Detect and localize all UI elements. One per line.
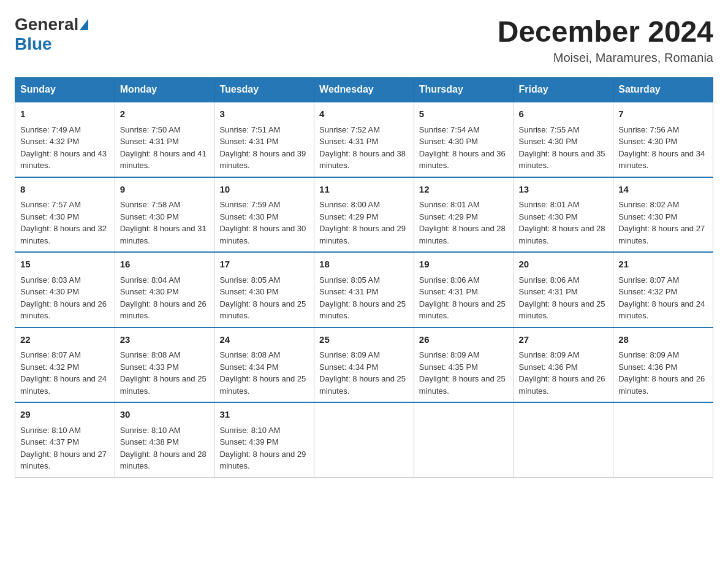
calendar-week-row: 29 Sunrise: 8:10 AMSunset: 4:37 PMDaylig…: [15, 402, 713, 477]
calendar-cell: [314, 402, 414, 477]
calendar-cell: 8 Sunrise: 7:57 AMSunset: 4:30 PMDayligh…: [15, 177, 115, 253]
logo-blue-text: Blue: [15, 34, 52, 53]
calendar-week-row: 22 Sunrise: 8:07 AMSunset: 4:32 PMDaylig…: [15, 327, 713, 403]
day-info: Sunrise: 8:09 AMSunset: 4:35 PMDaylight:…: [419, 350, 506, 396]
day-number: 6: [519, 107, 609, 121]
day-info: Sunrise: 7:57 AMSunset: 4:30 PMDaylight:…: [20, 200, 107, 245]
day-number: 2: [120, 107, 210, 121]
day-number: 30: [120, 408, 210, 422]
day-number: 11: [319, 183, 409, 197]
day-info: Sunrise: 8:10 AMSunset: 4:37 PMDaylight:…: [20, 426, 107, 471]
day-number: 14: [618, 183, 708, 197]
day-of-week-header: Wednesday: [314, 78, 414, 102]
day-info: Sunrise: 8:04 AMSunset: 4:30 PMDaylight:…: [120, 275, 207, 321]
calendar-cell: 3 Sunrise: 7:51 AMSunset: 4:31 PMDayligh…: [214, 102, 314, 177]
day-number: 29: [20, 408, 110, 422]
calendar-cell: 7 Sunrise: 7:56 AMSunset: 4:30 PMDayligh…: [613, 102, 713, 177]
day-number: 9: [120, 183, 210, 197]
day-info: Sunrise: 8:08 AMSunset: 4:33 PMDaylight:…: [120, 350, 207, 396]
calendar-cell: 30 Sunrise: 8:10 AMSunset: 4:38 PMDaylig…: [115, 402, 214, 477]
day-info: Sunrise: 8:07 AMSunset: 4:32 PMDaylight:…: [618, 275, 705, 321]
day-info: Sunrise: 8:01 AMSunset: 4:29 PMDaylight:…: [419, 200, 506, 245]
day-info: Sunrise: 8:09 AMSunset: 4:34 PMDaylight:…: [319, 350, 406, 396]
day-of-week-header: Sunday: [15, 78, 115, 102]
day-info: Sunrise: 7:56 AMSunset: 4:30 PMDaylight:…: [618, 125, 705, 170]
logo: General Blue: [15, 15, 88, 54]
calendar-cell: 19 Sunrise: 8:06 AMSunset: 4:31 PMDaylig…: [414, 252, 514, 327]
day-info: Sunrise: 8:10 AMSunset: 4:38 PMDaylight:…: [120, 426, 207, 471]
calendar-cell: 1 Sunrise: 7:49 AMSunset: 4:32 PMDayligh…: [15, 102, 115, 177]
calendar-cell: 14 Sunrise: 8:02 AMSunset: 4:30 PMDaylig…: [613, 177, 713, 253]
day-number: 24: [219, 333, 309, 347]
day-info: Sunrise: 7:52 AMSunset: 4:31 PMDaylight:…: [319, 125, 406, 170]
calendar-cell: 9 Sunrise: 7:58 AMSunset: 4:30 PMDayligh…: [115, 177, 214, 253]
day-number: 22: [20, 333, 110, 347]
day-info: Sunrise: 8:06 AMSunset: 4:31 PMDaylight:…: [419, 275, 506, 321]
day-info: Sunrise: 7:51 AMSunset: 4:31 PMDaylight:…: [219, 125, 306, 170]
day-of-week-header: Friday: [514, 78, 613, 102]
day-info: Sunrise: 8:00 AMSunset: 4:29 PMDaylight:…: [319, 200, 406, 245]
day-number: 27: [519, 333, 609, 347]
day-info: Sunrise: 8:05 AMSunset: 4:30 PMDaylight:…: [219, 275, 306, 321]
day-number: 4: [319, 107, 409, 121]
day-number: 13: [519, 183, 609, 197]
logo-general-text: General: [15, 15, 78, 34]
day-number: 8: [20, 183, 110, 197]
day-info: Sunrise: 8:10 AMSunset: 4:39 PMDaylight:…: [219, 426, 306, 471]
calendar-body: 1 Sunrise: 7:49 AMSunset: 4:32 PMDayligh…: [15, 102, 713, 477]
calendar-cell: 20 Sunrise: 8:06 AMSunset: 4:31 PMDaylig…: [514, 252, 613, 327]
calendar-cell: 12 Sunrise: 8:01 AMSunset: 4:29 PMDaylig…: [414, 177, 514, 253]
day-info: Sunrise: 8:06 AMSunset: 4:31 PMDaylight:…: [519, 275, 605, 321]
day-number: 25: [319, 333, 409, 347]
calendar-cell: 15 Sunrise: 8:03 AMSunset: 4:30 PMDaylig…: [15, 252, 115, 327]
calendar-week-row: 1 Sunrise: 7:49 AMSunset: 4:32 PMDayligh…: [15, 102, 713, 177]
calendar-cell: 18 Sunrise: 8:05 AMSunset: 4:31 PMDaylig…: [314, 252, 414, 327]
day-number: 7: [618, 107, 708, 121]
calendar-header: SundayMondayTuesdayWednesdayThursdayFrid…: [15, 78, 713, 102]
day-number: 1: [20, 107, 110, 121]
day-number: 3: [219, 107, 309, 121]
day-header-row: SundayMondayTuesdayWednesdayThursdayFrid…: [15, 78, 713, 102]
logo-triangle-icon: [80, 19, 88, 30]
day-number: 26: [419, 333, 509, 347]
day-number: 20: [519, 258, 609, 272]
day-info: Sunrise: 8:05 AMSunset: 4:31 PMDaylight:…: [319, 275, 406, 321]
day-of-week-header: Saturday: [613, 78, 713, 102]
day-info: Sunrise: 8:08 AMSunset: 4:34 PMDaylight:…: [219, 350, 306, 396]
calendar-cell: 22 Sunrise: 8:07 AMSunset: 4:32 PMDaylig…: [15, 327, 115, 403]
month-year-title: December 2024: [498, 15, 713, 48]
page-header: General Blue December 2024 Moisei, Maram…: [15, 15, 713, 65]
calendar-cell: 17 Sunrise: 8:05 AMSunset: 4:30 PMDaylig…: [214, 252, 314, 327]
day-info: Sunrise: 8:01 AMSunset: 4:30 PMDaylight:…: [519, 200, 605, 245]
calendar-cell: 31 Sunrise: 8:10 AMSunset: 4:39 PMDaylig…: [214, 402, 314, 477]
calendar-cell: 2 Sunrise: 7:50 AMSunset: 4:31 PMDayligh…: [115, 102, 214, 177]
calendar-cell: [414, 402, 514, 477]
calendar-table: SundayMondayTuesdayWednesdayThursdayFrid…: [15, 77, 713, 478]
day-number: 16: [120, 258, 210, 272]
day-number: 18: [319, 258, 409, 272]
calendar-cell: 13 Sunrise: 8:01 AMSunset: 4:30 PMDaylig…: [514, 177, 613, 253]
day-info: Sunrise: 8:07 AMSunset: 4:32 PMDaylight:…: [20, 350, 107, 396]
calendar-cell: 4 Sunrise: 7:52 AMSunset: 4:31 PMDayligh…: [314, 102, 414, 177]
calendar-cell: 10 Sunrise: 7:59 AMSunset: 4:30 PMDaylig…: [214, 177, 314, 253]
day-number: 5: [419, 107, 509, 121]
calendar-cell: 26 Sunrise: 8:09 AMSunset: 4:35 PMDaylig…: [414, 327, 514, 403]
day-number: 21: [618, 258, 708, 272]
day-info: Sunrise: 7:55 AMSunset: 4:30 PMDaylight:…: [519, 125, 605, 170]
calendar-cell: 6 Sunrise: 7:55 AMSunset: 4:30 PMDayligh…: [514, 102, 613, 177]
day-number: 17: [219, 258, 309, 272]
calendar-cell: 16 Sunrise: 8:04 AMSunset: 4:30 PMDaylig…: [115, 252, 214, 327]
day-number: 12: [419, 183, 509, 197]
day-of-week-header: Tuesday: [214, 78, 314, 102]
calendar-cell: 27 Sunrise: 8:09 AMSunset: 4:36 PMDaylig…: [514, 327, 613, 403]
location-subtitle: Moisei, Maramures, Romania: [498, 51, 713, 65]
day-info: Sunrise: 8:09 AMSunset: 4:36 PMDaylight:…: [618, 350, 705, 396]
calendar-cell: [613, 402, 713, 477]
day-info: Sunrise: 7:58 AMSunset: 4:30 PMDaylight:…: [120, 200, 207, 245]
day-info: Sunrise: 8:03 AMSunset: 4:30 PMDaylight:…: [20, 275, 107, 321]
day-info: Sunrise: 7:59 AMSunset: 4:30 PMDaylight:…: [219, 200, 306, 245]
day-of-week-header: Thursday: [414, 78, 514, 102]
calendar-cell: 24 Sunrise: 8:08 AMSunset: 4:34 PMDaylig…: [214, 327, 314, 403]
day-number: 23: [120, 333, 210, 347]
day-of-week-header: Monday: [115, 78, 214, 102]
